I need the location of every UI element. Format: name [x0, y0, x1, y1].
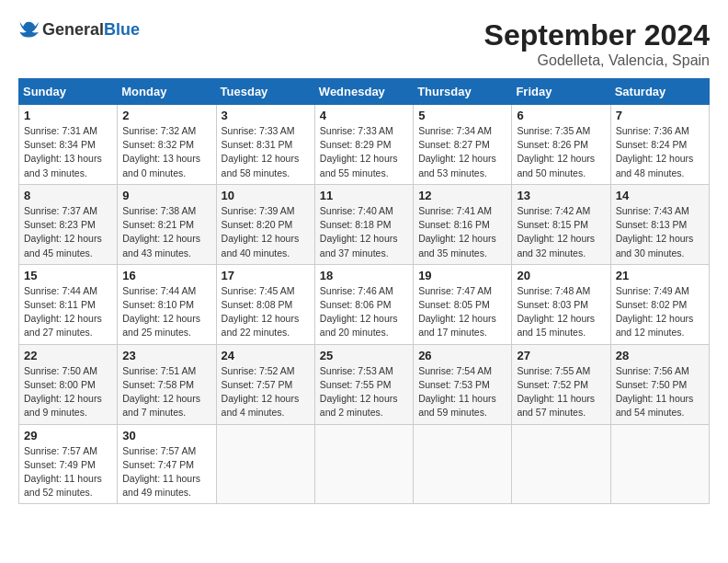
day-header-friday: Friday — [512, 79, 610, 105]
calendar-cell — [414, 424, 512, 504]
day-number: 9 — [122, 189, 210, 202]
day-header-monday: Monday — [118, 79, 216, 105]
location-title: Godelleta, Valencia, Spain — [484, 52, 710, 69]
calendar-cell: 30Sunrise: 7:57 AMSunset: 7:47 PMDayligh… — [118, 424, 216, 504]
calendar-cell: 9Sunrise: 7:38 AMSunset: 8:21 PMDaylight… — [118, 184, 216, 264]
calendar-week-3: 15Sunrise: 7:44 AMSunset: 8:11 PMDayligh… — [19, 264, 710, 344]
day-number: 10 — [222, 189, 310, 202]
logo-general-text: GeneralBlue — [42, 21, 140, 40]
calendar-cell: 3Sunrise: 7:33 AMSunset: 8:31 PMDaylight… — [216, 105, 314, 185]
day-header-thursday: Thursday — [414, 79, 512, 105]
calendar-cell: 23Sunrise: 7:51 AMSunset: 7:58 PMDayligh… — [118, 344, 216, 424]
day-info: Sunrise: 7:48 AMSunset: 8:03 PMDaylight:… — [517, 285, 595, 339]
day-header-tuesday: Tuesday — [216, 79, 314, 105]
day-number: 3 — [222, 109, 310, 122]
day-number: 6 — [517, 109, 605, 122]
calendar-cell: 4Sunrise: 7:33 AMSunset: 8:29 PMDaylight… — [314, 105, 413, 185]
day-number: 8 — [24, 189, 112, 202]
calendar-cell — [512, 424, 610, 504]
calendar-cell: 1Sunrise: 7:31 AMSunset: 8:34 PMDaylight… — [19, 105, 118, 185]
day-number: 1 — [24, 109, 112, 122]
day-info: Sunrise: 7:44 AMSunset: 8:11 PMDaylight:… — [24, 285, 102, 339]
calendar-cell: 5Sunrise: 7:34 AMSunset: 8:27 PMDaylight… — [414, 105, 512, 185]
day-number: 26 — [418, 349, 506, 362]
day-info: Sunrise: 7:41 AMSunset: 8:16 PMDaylight:… — [418, 205, 496, 259]
day-info: Sunrise: 7:56 AMSunset: 7:50 PMDaylight:… — [616, 365, 694, 419]
calendar-cell: 20Sunrise: 7:48 AMSunset: 8:03 PMDayligh… — [512, 264, 610, 344]
calendar-cell: 2Sunrise: 7:32 AMSunset: 8:32 PMDaylight… — [118, 105, 216, 185]
day-number: 13 — [517, 189, 605, 202]
day-number: 28 — [616, 349, 704, 362]
calendar-cell: 25Sunrise: 7:53 AMSunset: 7:55 PMDayligh… — [314, 344, 413, 424]
calendar-cell: 15Sunrise: 7:44 AMSunset: 8:11 PMDayligh… — [19, 264, 118, 344]
calendar-header: SundayMondayTuesdayWednesdayThursdayFrid… — [19, 79, 710, 105]
calendar-cell: 8Sunrise: 7:37 AMSunset: 8:23 PMDaylight… — [19, 184, 118, 264]
calendar-body: 1Sunrise: 7:31 AMSunset: 8:34 PMDaylight… — [19, 105, 710, 504]
day-info: Sunrise: 7:53 AMSunset: 7:55 PMDaylight:… — [320, 365, 398, 419]
title-area: September 2024 Godelleta, Valencia, Spai… — [484, 18, 710, 69]
day-info: Sunrise: 7:50 AMSunset: 8:00 PMDaylight:… — [24, 365, 102, 419]
calendar-week-2: 8Sunrise: 7:37 AMSunset: 8:23 PMDaylight… — [19, 184, 710, 264]
day-info: Sunrise: 7:46 AMSunset: 8:06 PMDaylight:… — [320, 285, 398, 339]
day-number: 15 — [24, 269, 112, 282]
calendar-cell — [216, 424, 314, 504]
day-number: 27 — [517, 349, 605, 362]
calendar-cell: 22Sunrise: 7:50 AMSunset: 8:00 PMDayligh… — [19, 344, 118, 424]
day-number: 4 — [320, 109, 408, 122]
calendar-cell: 7Sunrise: 7:36 AMSunset: 8:24 PMDaylight… — [610, 105, 709, 185]
calendar-cell: 12Sunrise: 7:41 AMSunset: 8:16 PMDayligh… — [414, 184, 512, 264]
day-info: Sunrise: 7:57 AMSunset: 7:49 PMDaylight:… — [24, 445, 102, 499]
day-number: 2 — [122, 109, 210, 122]
calendar-cell: 28Sunrise: 7:56 AMSunset: 7:50 PMDayligh… — [610, 344, 709, 424]
day-number: 25 — [320, 349, 408, 362]
day-number: 22 — [24, 349, 112, 362]
calendar-cell: 18Sunrise: 7:46 AMSunset: 8:06 PMDayligh… — [314, 264, 413, 344]
calendar-cell: 26Sunrise: 7:54 AMSunset: 7:53 PMDayligh… — [414, 344, 512, 424]
day-number: 21 — [616, 269, 704, 282]
day-number: 7 — [616, 109, 704, 122]
header-row: SundayMondayTuesdayWednesdayThursdayFrid… — [19, 79, 710, 105]
calendar-cell — [314, 424, 413, 504]
logo: GeneralBlue — [18, 18, 140, 42]
calendar-cell: 13Sunrise: 7:42 AMSunset: 8:15 PMDayligh… — [512, 184, 610, 264]
day-info: Sunrise: 7:32 AMSunset: 8:32 PMDaylight:… — [122, 125, 200, 178]
calendar-cell: 11Sunrise: 7:40 AMSunset: 8:18 PMDayligh… — [314, 184, 413, 264]
calendar-cell: 19Sunrise: 7:47 AMSunset: 8:05 PMDayligh… — [414, 264, 512, 344]
day-info: Sunrise: 7:39 AMSunset: 8:20 PMDaylight:… — [222, 205, 300, 259]
day-info: Sunrise: 7:45 AMSunset: 8:08 PMDaylight:… — [222, 285, 300, 339]
day-number: 11 — [320, 189, 408, 202]
day-info: Sunrise: 7:54 AMSunset: 7:53 PMDaylight:… — [418, 365, 496, 419]
day-header-saturday: Saturday — [610, 79, 709, 105]
day-number: 16 — [122, 269, 210, 282]
calendar-cell: 27Sunrise: 7:55 AMSunset: 7:52 PMDayligh… — [512, 344, 610, 424]
day-info: Sunrise: 7:35 AMSunset: 8:26 PMDaylight:… — [517, 125, 595, 178]
day-info: Sunrise: 7:36 AMSunset: 8:24 PMDaylight:… — [616, 125, 694, 178]
day-number: 20 — [517, 269, 605, 282]
day-info: Sunrise: 7:34 AMSunset: 8:27 PMDaylight:… — [418, 125, 496, 178]
calendar-cell: 17Sunrise: 7:45 AMSunset: 8:08 PMDayligh… — [216, 264, 314, 344]
calendar-table: SundayMondayTuesdayWednesdayThursdayFrid… — [18, 78, 710, 504]
day-number: 14 — [616, 189, 704, 202]
calendar-week-4: 22Sunrise: 7:50 AMSunset: 8:00 PMDayligh… — [19, 344, 710, 424]
day-info: Sunrise: 7:40 AMSunset: 8:18 PMDaylight:… — [320, 205, 398, 259]
day-info: Sunrise: 7:49 AMSunset: 8:02 PMDaylight:… — [616, 285, 694, 339]
calendar-week-5: 29Sunrise: 7:57 AMSunset: 7:49 PMDayligh… — [19, 424, 710, 504]
day-number: 30 — [122, 429, 210, 442]
day-number: 17 — [222, 269, 310, 282]
calendar-cell: 24Sunrise: 7:52 AMSunset: 7:57 PMDayligh… — [216, 344, 314, 424]
day-number: 5 — [418, 109, 506, 122]
day-info: Sunrise: 7:57 AMSunset: 7:47 PMDaylight:… — [122, 445, 200, 499]
calendar-cell: 29Sunrise: 7:57 AMSunset: 7:49 PMDayligh… — [19, 424, 118, 504]
day-number: 23 — [122, 349, 210, 362]
calendar-cell — [610, 424, 709, 504]
logo-icon — [18, 18, 39, 39]
day-info: Sunrise: 7:55 AMSunset: 7:52 PMDaylight:… — [517, 365, 595, 419]
day-info: Sunrise: 7:51 AMSunset: 7:58 PMDaylight:… — [122, 365, 200, 419]
day-info: Sunrise: 7:33 AMSunset: 8:29 PMDaylight:… — [320, 125, 398, 178]
calendar-cell: 14Sunrise: 7:43 AMSunset: 8:13 PMDayligh… — [610, 184, 709, 264]
day-number: 19 — [418, 269, 506, 282]
day-info: Sunrise: 7:33 AMSunset: 8:31 PMDaylight:… — [222, 125, 300, 178]
page-header: GeneralBlue September 2024 Godelleta, Va… — [18, 18, 710, 69]
day-info: Sunrise: 7:38 AMSunset: 8:21 PMDaylight:… — [122, 205, 200, 259]
day-number: 29 — [24, 429, 112, 442]
